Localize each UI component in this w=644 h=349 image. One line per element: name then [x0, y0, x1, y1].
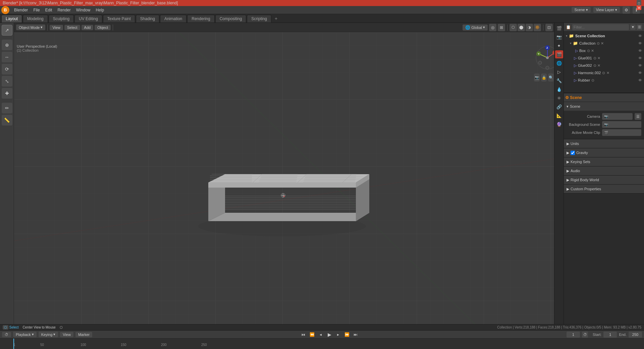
tab-compositing[interactable]: Compositing [215, 15, 247, 22]
viewport-pivot-icon[interactable]: ◎ [489, 24, 496, 31]
viewport-global-button[interactable]: 🌐 Global ▾ [463, 24, 488, 31]
viewport-add-button[interactable]: Add [82, 25, 94, 30]
end-frame-input[interactable] [629, 332, 642, 338]
tool-scale[interactable]: ⤡ [2, 76, 12, 87]
outliner-item-collection[interactable]: ▾ 📁 Collection ⊙ ✕ 👁 [568, 40, 644, 47]
outliner-filter-icon[interactable]: ▼ [630, 24, 636, 30]
tab-animation[interactable]: Animation [160, 15, 186, 22]
prop-icon-scene[interactable]: 🎬 [555, 50, 563, 58]
viewport[interactable]: Object Mode ▾ View Select Add Object 🌐 G… [14, 23, 564, 330]
custom-properties-header[interactable]: ▶ Custom Properties [564, 185, 644, 193]
menu-blender[interactable]: Blender [11, 7, 31, 13]
view-layer-selector[interactable]: View Layer ▾ [593, 7, 620, 13]
tab-scripting[interactable]: Scripting [247, 15, 271, 22]
tool-transform[interactable]: ✚ [2, 88, 12, 99]
viewport-snap-icon[interactable]: ⊞ [498, 24, 505, 31]
jump-to-start[interactable]: ⏮ [300, 331, 307, 338]
visibility-eye[interactable]: 👁 [638, 56, 642, 60]
scene-section-header[interactable]: ▾ Scene [564, 102, 644, 111]
tab-shading[interactable]: Shading [136, 15, 159, 22]
prop-icon-view-layer[interactable]: ✦ [555, 42, 563, 50]
outliner-item-scene-collection[interactable]: ▾ 📁 Scene Collection 👁 [564, 32, 644, 40]
next-keyframe[interactable]: ⏩ [343, 331, 350, 338]
visibility-eye[interactable]: 👁 [638, 71, 642, 75]
outliner-item-box[interactable]: ▷ Box ⊙ ✕ 👁 [572, 47, 644, 54]
active-movie-clip-value[interactable]: 🎬 [602, 129, 641, 136]
camera-browse-btn[interactable]: ☰ [635, 113, 641, 120]
timeline-ruler[interactable]: 1 50 100 150 200 250 [0, 339, 644, 349]
lock-view-icon[interactable]: 🔒 [541, 73, 547, 82]
shading-lookdev[interactable]: ◑ [526, 24, 533, 31]
viewport-mode-button[interactable]: Object Mode ▾ [16, 24, 45, 30]
next-frame[interactable]: ▸ [335, 331, 341, 338]
menu-edit[interactable]: Edit [43, 7, 55, 13]
keying-sets-header[interactable]: ▶ Keying Sets [564, 157, 644, 166]
tab-layout[interactable]: Layout [1, 15, 22, 22]
camera-value[interactable]: 📷 [602, 113, 633, 120]
maximize-button[interactable]: □ [637, 1, 641, 5]
tool-move[interactable]: ↔ [2, 52, 12, 62]
settings-icon[interactable]: ⚙ [623, 6, 630, 14]
tool-select[interactable]: ↗ [2, 25, 12, 36]
jump-to-end[interactable]: ⏭ [352, 331, 359, 338]
play-pause[interactable]: ▶ [326, 331, 333, 338]
playback-menu[interactable]: Playback ▾ [13, 332, 37, 337]
prop-icon-physics[interactable]: ⚛ [555, 94, 563, 102]
shading-render[interactable]: 🔆 [534, 24, 541, 31]
tool-annotate[interactable]: ✏ [2, 103, 12, 113]
marker-menu[interactable]: Marker [75, 332, 92, 337]
outliner-item-glue001[interactable]: ▷ Glue001 ⊙ ✕ 👁 [572, 54, 644, 62]
prop-icon-constraints[interactable]: 🔗 [555, 103, 563, 111]
visibility-eye[interactable]: 👁 [638, 41, 642, 45]
background-scene-value[interactable]: 📷 [602, 121, 641, 128]
menu-render[interactable]: Render [55, 7, 73, 13]
viewport-overlay-icon[interactable]: ⊡ [545, 24, 553, 31]
menu-window[interactable]: Window [73, 7, 93, 13]
gravity-checkbox[interactable] [571, 151, 575, 155]
center-view-label[interactable]: Center View to Mouse [23, 326, 56, 329]
prop-icon-object[interactable]: ▷ [555, 68, 563, 76]
add-workspace-button[interactable]: + [272, 14, 280, 22]
prev-frame[interactable]: ◂ [317, 331, 324, 338]
tab-uv-editing[interactable]: UV Editing [74, 15, 102, 22]
tab-sculpting[interactable]: Sculpting [49, 15, 74, 22]
viewport-select-button[interactable]: Select [64, 25, 80, 30]
shading-wireframe[interactable]: ⬡ [509, 24, 517, 31]
prev-keyframe[interactable]: ⏪ [309, 331, 315, 338]
outliner-item-rubber[interactable]: ▷ Rubber ⊙ 👁 [572, 77, 644, 84]
visibility-eye[interactable]: 👁 [638, 34, 642, 38]
tab-modeling[interactable]: Modeling [23, 15, 48, 22]
units-section-header[interactable]: ▶ Units [564, 139, 644, 148]
tab-texture-paint[interactable]: Texture Paint [103, 15, 135, 22]
outliner-options-icon[interactable]: ☰ [637, 24, 642, 30]
status-select[interactable]: ⬡ Select [3, 326, 19, 329]
prop-icon-world[interactable]: 🌐 [555, 59, 563, 67]
view-menu[interactable]: View [60, 332, 73, 337]
prop-icon-particles[interactable]: 💧 [555, 85, 563, 93]
menu-file[interactable]: File [31, 7, 42, 13]
visibility-eye[interactable]: 👁 [638, 63, 642, 67]
visibility-eye[interactable]: 👁 [638, 49, 642, 53]
render-label[interactable]: ⬡ [60, 326, 63, 329]
outliner-search-input[interactable] [572, 24, 629, 30]
menu-help[interactable]: Help [93, 7, 107, 13]
shading-solid[interactable]: ⬤ [518, 24, 525, 31]
current-frame-input[interactable] [567, 332, 580, 338]
tool-cursor[interactable]: ⊕ [2, 40, 12, 50]
prop-icon-output[interactable]: 📷 [555, 33, 563, 41]
keying-menu[interactable]: Keying ▾ [39, 332, 58, 337]
viewport-view-button[interactable]: View [50, 25, 63, 30]
zoom-icon[interactable]: 🔍 [548, 73, 554, 82]
close-button[interactable]: ✕ [637, 5, 641, 10]
prop-icon-data[interactable]: 📐 [555, 111, 563, 119]
prop-icon-material[interactable]: 🔮 [555, 120, 563, 128]
prop-icon-modifiers[interactable]: 🔧 [555, 77, 563, 85]
gravity-section-header[interactable]: ▶ Gravity [564, 148, 644, 157]
scene-selector[interactable]: Scene ▾ [572, 7, 590, 13]
tool-rotate[interactable]: ⟳ [2, 64, 12, 74]
start-frame-input[interactable] [603, 332, 617, 338]
outliner-item-harmonic002[interactable]: ▷ Harmonic.002 ⊙ ✕ 👁 [572, 69, 644, 77]
outliner-item-glue002[interactable]: ▷ Glue002 ⊙ ✕ 👁 [572, 62, 644, 69]
prop-icon-render[interactable]: 🎬 [555, 24, 563, 32]
camera-view-icon[interactable]: 📷 [534, 73, 540, 82]
